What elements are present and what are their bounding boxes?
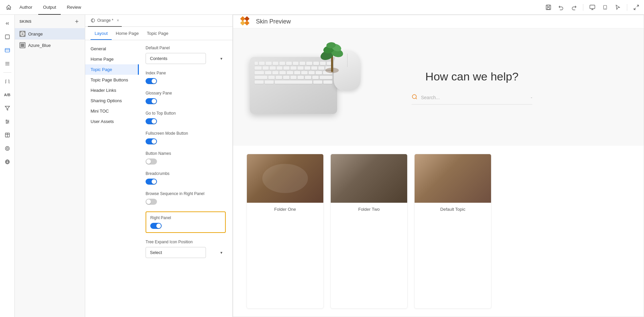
- undo-icon[interactable]: [557, 4, 565, 11]
- nav-general[interactable]: General: [85, 44, 139, 54]
- nav-topicpagebuttons[interactable]: Topic Page Buttons: [85, 75, 139, 85]
- button-names-section: Button Names: [146, 151, 226, 165]
- breadcrumbs-section: Breadcrumbs: [146, 171, 226, 185]
- nav-headerlinks[interactable]: Header Links: [85, 85, 139, 96]
- plant-graphic: [317, 37, 347, 75]
- default-panel-select[interactable]: Contents Index Search Glossary: [146, 53, 206, 64]
- glossary-pane-toggle-knob: [152, 99, 156, 104]
- skins-title: SKINS: [19, 19, 32, 23]
- fullscreen-toggle-wrapper: [146, 138, 226, 144]
- sidebar-table-icon[interactable]: [1, 129, 13, 141]
- sidebar-list-icon[interactable]: [1, 58, 13, 70]
- cursor-settings-icon[interactable]: [614, 4, 622, 11]
- glossary-pane-toggle-wrapper: [146, 98, 226, 104]
- right-panel-toggle-wrapper: [150, 223, 221, 229]
- svg-rect-1: [547, 5, 550, 7]
- index-pane-label: Index Pane: [146, 71, 226, 75]
- tree-expand-select[interactable]: Select Left Right: [146, 247, 206, 258]
- button-names-toggle-knob: [146, 159, 151, 164]
- svg-point-20: [6, 123, 7, 124]
- redo-icon[interactable]: [570, 4, 578, 11]
- nav-minitoc[interactable]: Mini TOC: [85, 106, 139, 116]
- search-dash: -: [531, 95, 532, 100]
- tab-review[interactable]: Review: [62, 0, 86, 15]
- keyboard-graphic: [250, 57, 344, 117]
- browse-sequence-section: Browse Sequence in Right Panel: [146, 191, 226, 205]
- skins-add-button[interactable]: [73, 18, 80, 25]
- skin-item-orange[interactable]: Orange: [15, 28, 85, 40]
- button-names-toggle-wrapper: [146, 158, 226, 165]
- nav-sharingoptions[interactable]: Sharing Options: [85, 96, 139, 106]
- breadcrumbs-toggle[interactable]: [146, 179, 157, 185]
- right-panel-box: Right Panel: [146, 211, 226, 233]
- skin-orange-label: Orange: [28, 31, 43, 37]
- svg-point-16: [6, 120, 7, 121]
- right-panel-label: Right Panel: [150, 215, 221, 220]
- preview-hero: How can we help? Search... -: [233, 28, 644, 146]
- glossary-pane-toggle[interactable]: [146, 98, 157, 104]
- home-button[interactable]: [4, 3, 13, 12]
- sidebar-output-icon[interactable]: [1, 44, 13, 56]
- go-to-top-label: Go to Top Button: [146, 111, 226, 116]
- tab-topicpage[interactable]: Topic Page: [143, 27, 172, 40]
- nav-userassets[interactable]: User Assets: [85, 116, 139, 127]
- monitor-icon[interactable]: [589, 4, 596, 11]
- go-to-top-toggle-wrapper: [146, 118, 226, 124]
- skins-header: SKINS: [15, 15, 85, 28]
- svg-rect-30: [20, 43, 24, 47]
- button-names-toggle[interactable]: [146, 158, 157, 165]
- sidebar-ab-icon[interactable]: A/B: [1, 89, 13, 101]
- browse-sequence-toggle[interactable]: [146, 199, 157, 205]
- tab-author[interactable]: Author: [15, 0, 37, 15]
- svg-rect-35: [245, 20, 250, 25]
- browse-sequence-toggle-wrapper: [146, 199, 226, 205]
- folder-card-one: Folder One: [247, 154, 324, 309]
- browse-sequence-label: Browse Sequence in Right Panel: [146, 191, 226, 196]
- sidebar-home-icon[interactable]: [1, 31, 13, 43]
- preview-header: Skin Preview: [233, 15, 644, 28]
- preview-logo: Skin Preview: [238, 16, 291, 28]
- close-skin-icon[interactable]: ×: [117, 18, 119, 23]
- tab-output[interactable]: Output: [38, 0, 61, 15]
- folder-default-label: Default Topic: [415, 203, 491, 216]
- skin-azure-icon: [19, 42, 25, 48]
- fullscreen-toggle[interactable]: [146, 138, 157, 144]
- sidebar-circle-icon[interactable]: [1, 142, 13, 154]
- tree-expand-select-wrapper: Select Left Right ▾: [146, 247, 226, 258]
- nav-homepage[interactable]: Home Page: [85, 54, 139, 64]
- tab-layout[interactable]: Layout: [91, 27, 112, 40]
- sidebar-braces-icon[interactable]: [1, 75, 13, 87]
- sidebar-filter-icon[interactable]: [1, 102, 13, 114]
- settings-panel: Orange * × Layout Home Page Topic Page G…: [85, 15, 233, 317]
- sidebar-collapse-icon[interactable]: [1, 17, 13, 29]
- icon-sidebar: A/B: [0, 15, 15, 317]
- top-bar-actions: [545, 4, 640, 11]
- skin-azure-label: Azure_Blue: [28, 43, 51, 48]
- sidebar-globe-icon[interactable]: [1, 156, 13, 168]
- svg-point-31: [91, 19, 95, 22]
- hero-text: How can we help? Search... -: [412, 49, 532, 126]
- save-icon[interactable]: [545, 4, 552, 11]
- sidebar-sliders-icon[interactable]: [1, 116, 13, 128]
- default-panel-arrow: ▾: [220, 56, 222, 61]
- tablet-icon[interactable]: [601, 4, 609, 11]
- index-pane-toggle-knob: [152, 79, 156, 83]
- hero-graphic: [233, 28, 361, 146]
- skin-item-azure[interactable]: Azure_Blue: [15, 40, 85, 51]
- svg-point-5: [605, 8, 605, 8]
- folder-cards: Folder One Folder Two Default Topic: [233, 146, 644, 317]
- search-bar: Search... -: [412, 91, 532, 105]
- tab-homepage[interactable]: Home Page: [112, 27, 143, 40]
- go-to-top-toggle[interactable]: [146, 118, 157, 124]
- sidebar-sep1: [3, 72, 11, 73]
- glossary-pane-section: Glossary Pane: [146, 91, 226, 104]
- svg-rect-8: [5, 35, 9, 39]
- search-placeholder: Search...: [421, 95, 440, 100]
- settings-content-wrapper: General Home Page Topic Page Topic Page …: [85, 40, 232, 317]
- nav-topicpage[interactable]: Topic Page: [85, 64, 139, 75]
- index-pane-toggle[interactable]: [146, 78, 157, 84]
- expand-icon[interactable]: [633, 4, 640, 11]
- svg-point-24: [5, 146, 9, 150]
- preview-inner: Skin Preview: [233, 15, 644, 317]
- right-panel-toggle[interactable]: [150, 223, 162, 229]
